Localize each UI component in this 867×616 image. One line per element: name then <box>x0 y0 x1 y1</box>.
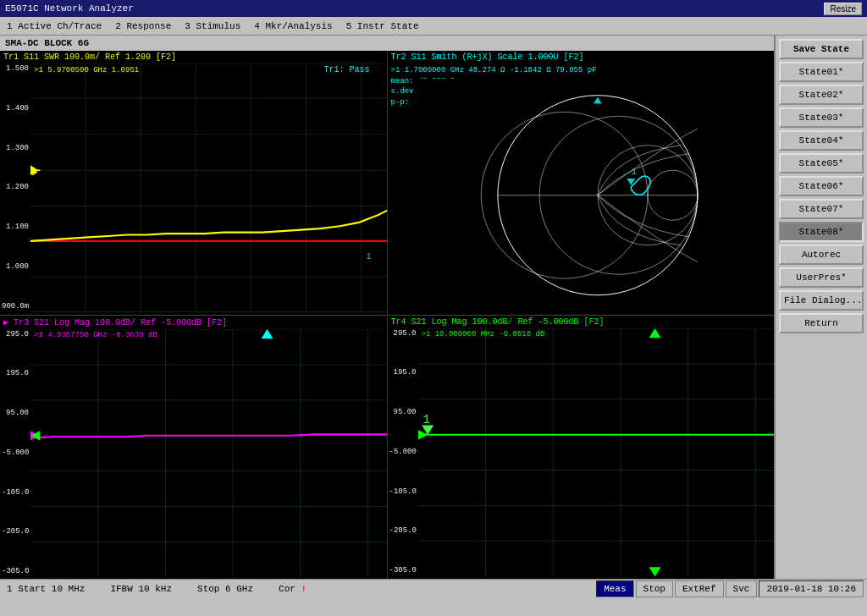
plot-tr1-title: Tr1 S11 SWR 100.0m/ Ref 1.200 [F2] <box>0 51 387 63</box>
svc-button[interactable]: Svc <box>726 580 758 597</box>
menu-stimulus[interactable]: 3 Stimulus <box>178 19 247 33</box>
state07-button[interactable]: State07* <box>779 199 864 219</box>
plot-tr1-pass-label: Tr1: Pass <box>323 65 369 74</box>
plot-area: SMA-DC BLOCK 6G Tr1 S11 SWR 100.0m/ Ref … <box>0 36 774 579</box>
status-cor: Cor ! <box>279 584 306 594</box>
resize-button[interactable]: Resize <box>824 3 862 15</box>
extref-button[interactable]: ExtRef <box>675 580 724 597</box>
state06-button[interactable]: State06* <box>779 176 864 196</box>
userpres-button[interactable]: UserPres* <box>779 267 864 288</box>
status-left: 1 Start 10 MHz IFBW 10 kHz Stop 6 GHz Co… <box>0 584 596 594</box>
svg-marker-68 <box>649 328 660 338</box>
app-title: E5071C Network Analyzer <box>5 3 824 14</box>
top-plots-row: Tr1 S11 SWR 100.0m/ Ref 1.200 [F2] 1.500… <box>0 51 774 316</box>
svg-text:1: 1 <box>631 166 637 178</box>
title-bar: E5071C Network Analyzer Resize <box>0 0 867 17</box>
status-ifbw: IFBW 10 kHz <box>110 584 172 594</box>
plot-tr4-svg: 1 <box>418 328 775 577</box>
plot-tr1-svg: ▶ <box>30 63 388 312</box>
plot-tr3-y-axis: 295.0 195.0 95.00 -5.000 -105.0 -205.0 -… <box>0 329 30 578</box>
smith-chart-svg: 1 <box>388 79 775 312</box>
state08-button[interactable]: State08* <box>779 222 864 242</box>
return-button[interactable]: Return <box>779 313 864 333</box>
state04-button[interactable]: State04* <box>779 130 864 151</box>
svg-text:▶: ▶ <box>32 166 38 179</box>
plot-tr3-logmag: ▶ Tr3 S21 Log Mag 100.0dB/ Ref -5.000dB … <box>0 316 388 580</box>
menu-active-ch[interactable]: 1 Active Ch/Trace <box>0 19 108 33</box>
datetime-display: 2019-01-18 10:26 <box>759 580 864 597</box>
menu-mkr-analysis[interactable]: 4 Mkr/Analysis <box>247 19 339 33</box>
state01-button[interactable]: State01* <box>779 62 864 82</box>
plot-tr2-smith: Tr2 S11 Smith (R+jX) Scale 1.000U [F2] >… <box>388 51 775 315</box>
sidebar: Save State State01* State02* State03* St… <box>774 36 867 579</box>
status-right: Meas Stop ExtRef Svc 2019-01-18 10:26 <box>596 580 867 597</box>
plot-tr4-y-axis: 295.0 195.0 95.00 -5.000 -105.0 -205.0 -… <box>388 328 418 577</box>
svg-marker-49 <box>262 329 273 338</box>
file-dialog-button[interactable]: File Dialog... <box>779 290 864 311</box>
state03-button[interactable]: State03* <box>779 107 864 128</box>
plot-tr1-y-axis: 1.500 1.400 1.300 1.200 1.100 1.000 900.… <box>0 63 30 312</box>
status-start: 1 Start 10 MHz <box>7 584 85 594</box>
svg-text:1: 1 <box>422 412 429 426</box>
plot-tr2-canvas: >1 1.7000000 GHz 48.274 Ω -1.1842 Ω 79.0… <box>388 63 775 312</box>
svg-marker-69 <box>649 567 660 576</box>
plot-tr3-title: ▶ Tr3 S21 Log Mag 100.0dB/ Ref -5.000dB … <box>0 316 387 329</box>
plot-tr4-marker-info: >1 10.000000 MHz -0.0018 dB <box>422 330 545 338</box>
plot-tr1-marker1-label: 1 <box>366 252 371 261</box>
plot-tr4-title: Tr4 S21 Log Mag 100.0dB/ Ref -5.000dB [F… <box>388 316 775 328</box>
status-bar: 1 Start 10 MHz IFBW 10 kHz Stop 6 GHz Co… <box>0 579 867 597</box>
status-stop: Stop 6 GHz <box>197 584 253 594</box>
save-state-button[interactable]: Save State <box>779 39 864 59</box>
bottom-plots-row: ▶ Tr3 S21 Log Mag 100.0dB/ Ref -5.000dB … <box>0 316 774 580</box>
menu-bar: 1 Active Ch/Trace 2 Response 3 Stimulus … <box>0 17 867 36</box>
plot-tr3-svg: 1 <box>30 329 388 578</box>
menu-response[interactable]: 2 Response <box>108 19 178 33</box>
main-area: SMA-DC BLOCK 6G Tr1 S11 SWR 100.0m/ Ref … <box>0 36 867 579</box>
sma-header: SMA-DC BLOCK 6G <box>0 36 774 51</box>
menu-instr-state[interactable]: 5 Instr State <box>340 19 426 33</box>
plot-tr1-marker-info: >1 5.9700500 GHz 1.0951 <box>34 65 139 76</box>
plot-tr4-logmag: Tr4 S21 Log Mag 100.0dB/ Ref -5.000dB [F… <box>388 316 775 580</box>
plot-tr3-marker-info: >1 4.9367750 GHz -0.3630 dB <box>34 331 157 339</box>
autorec-button[interactable]: Autorec <box>779 245 864 265</box>
plot-tr2-title: Tr2 S11 Smith (R+jX) Scale 1.000U [F2] <box>388 51 775 63</box>
state02-button[interactable]: State02* <box>779 85 864 105</box>
meas-button[interactable]: Meas <box>596 580 633 597</box>
plot-tr1-swr: Tr1 S11 SWR 100.0m/ Ref 1.200 [F2] 1.500… <box>0 51 388 315</box>
state05-button[interactable]: State05* <box>779 153 864 173</box>
plot-tr1-canvas: 1.500 1.400 1.300 1.200 1.100 1.000 900.… <box>0 63 387 312</box>
stop-button[interactable]: Stop <box>636 580 673 597</box>
